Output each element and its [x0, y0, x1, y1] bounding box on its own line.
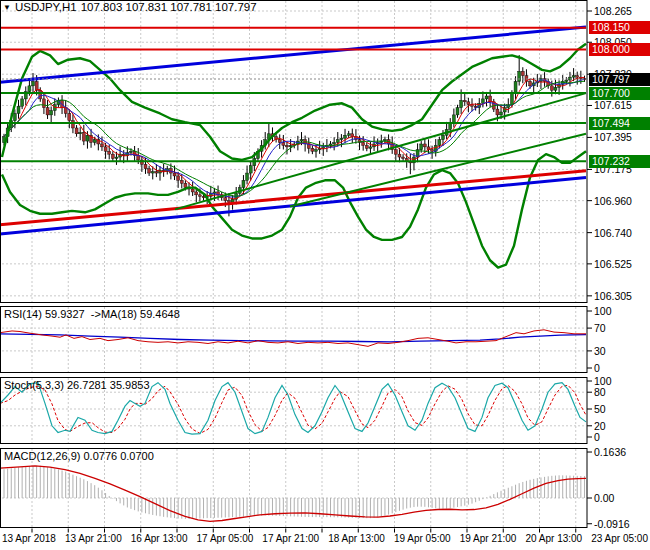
- price-line-badge: 107.797: [589, 73, 650, 86]
- price-line-badge: 108.150: [589, 21, 650, 34]
- price-tick-label: 106.740: [594, 227, 632, 239]
- stoch-indicator-label: Stoch(5,3,3) 26.7281 35.9853: [4, 379, 150, 391]
- time-axis-label: 19 Apr 21:00: [458, 533, 519, 544]
- stoch-tick-label: 20: [594, 420, 606, 432]
- stoch-tick-label: 50: [594, 403, 606, 415]
- chart-canvas[interactable]: [0, 0, 650, 550]
- chart-title-bar: ▼ USDJPY,H1 107.803 107.831 107.781 107.…: [3, 1, 257, 13]
- ohlc-values: 107.803 107.831 107.781 107.797: [81, 1, 257, 13]
- price-tick-label: 108.265: [594, 5, 632, 17]
- time-axis-label: 13 Apr 2018: [0, 533, 58, 544]
- stoch-tick-label: 0: [594, 431, 600, 443]
- macd-tick-label: 0.1636: [594, 446, 626, 458]
- price-tick-label: 107.395: [594, 131, 632, 143]
- price-line-badge: 108.000: [589, 43, 650, 56]
- macd-tick-label: 0.00: [594, 492, 614, 504]
- stoch-tick-label: 100: [594, 375, 612, 387]
- symbol-dropdown-icon[interactable]: ▼: [3, 2, 11, 13]
- price-tick-label: 107.615: [594, 99, 632, 111]
- rsi-tick-label: 70: [594, 322, 606, 334]
- price-tick-label: 106.305: [594, 290, 632, 302]
- macd-indicator-label: MACD(12,26,9) 0.0776 0.0700: [4, 450, 154, 462]
- time-axis-label: 23 Apr 05:00: [589, 533, 650, 544]
- stoch-tick-label: 80: [594, 386, 606, 398]
- price-line-badge: 107.494: [589, 117, 650, 130]
- time-axis-label: 17 Apr 05:00: [195, 533, 256, 544]
- rsi-tick-label: 100: [594, 305, 612, 317]
- time-axis-label: 13 Apr 21:00: [63, 533, 124, 544]
- time-axis-label: 17 Apr 21:00: [260, 533, 321, 544]
- time-axis-label: 19 Apr 05:00: [392, 533, 453, 544]
- rsi-tick-label: 30: [594, 345, 606, 357]
- rsi-indicator-label: RSI(14) 59.9327 ->MA(18) 59.4648: [4, 308, 180, 320]
- time-axis[interactable]: 13 Apr 201813 Apr 21:0016 Apr 13:0017 Ap…: [0, 533, 650, 544]
- price-tick-label: 106.525: [594, 258, 632, 270]
- rsi-tick-label: 0: [594, 362, 600, 374]
- time-axis-label: 16 Apr 13:00: [129, 533, 190, 544]
- macd-tick-label: -0.0916: [594, 518, 630, 530]
- price-tick-label: 106.960: [594, 195, 632, 207]
- time-axis-label: 20 Apr 13:00: [523, 533, 584, 544]
- price-line-badge: 107.232: [589, 155, 650, 168]
- price-line-badge: 107.700: [589, 87, 650, 100]
- chart-window: ▼ USDJPY,H1 107.803 107.831 107.781 107.…: [0, 0, 650, 550]
- symbol-label: USDJPY,H1: [15, 1, 77, 13]
- time-axis-label: 18 Apr 13:00: [326, 533, 387, 544]
